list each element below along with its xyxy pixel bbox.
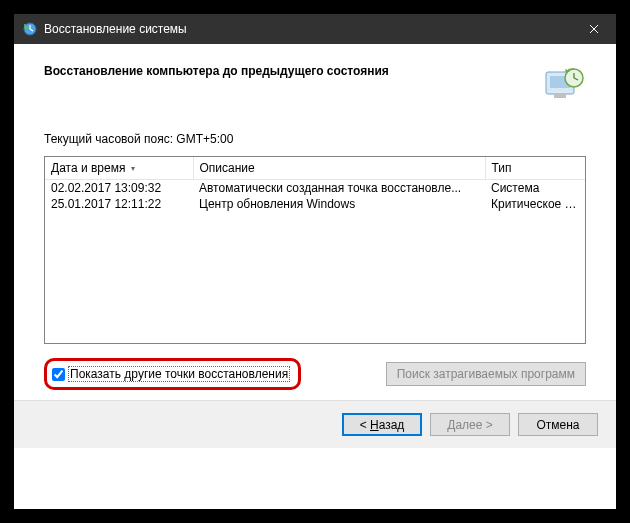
sort-desc-icon: ▾ (131, 164, 135, 173)
column-header-description[interactable]: Описание (193, 157, 485, 180)
back-button[interactable]: < Назад (342, 413, 422, 436)
table-row[interactable]: 25.01.2017 12:11:22 Центр обновления Win… (45, 196, 585, 212)
window-title: Восстановление системы (44, 22, 571, 36)
restore-points-table[interactable]: Дата и время ▾ Описание Тип 02.02.2017 1… (44, 156, 586, 344)
timezone-label: Текущий часовой пояс: GMT+5:00 (44, 132, 586, 146)
next-button: Далее > (430, 413, 510, 436)
titlebar: Восстановление системы (14, 14, 616, 44)
scan-affected-programs-button: Поиск затрагиваемых программ (386, 362, 586, 386)
page-heading: Восстановление компьютера до предыдущего… (44, 64, 389, 78)
dialog-footer: < Назад Далее > Отмена (14, 400, 616, 448)
highlight-annotation: Показать другие точки восстановления (44, 358, 301, 390)
column-header-datetime[interactable]: Дата и время ▾ (45, 157, 193, 180)
svg-rect-3 (554, 94, 566, 98)
dialog-window: Восстановление системы Восстановление ко… (14, 14, 616, 509)
content-area: Восстановление компьютера до предыдущего… (14, 44, 616, 400)
close-button[interactable] (571, 14, 616, 44)
system-restore-hero-icon (542, 64, 586, 104)
show-more-points-checkbox[interactable] (52, 368, 65, 381)
table-row[interactable]: 02.02.2017 13:09:32 Автоматически создан… (45, 180, 585, 197)
cancel-button[interactable]: Отмена (518, 413, 598, 436)
show-more-points-label[interactable]: Показать другие точки восстановления (68, 366, 290, 382)
column-header-type[interactable]: Тип (485, 157, 585, 180)
restore-icon (22, 21, 38, 37)
